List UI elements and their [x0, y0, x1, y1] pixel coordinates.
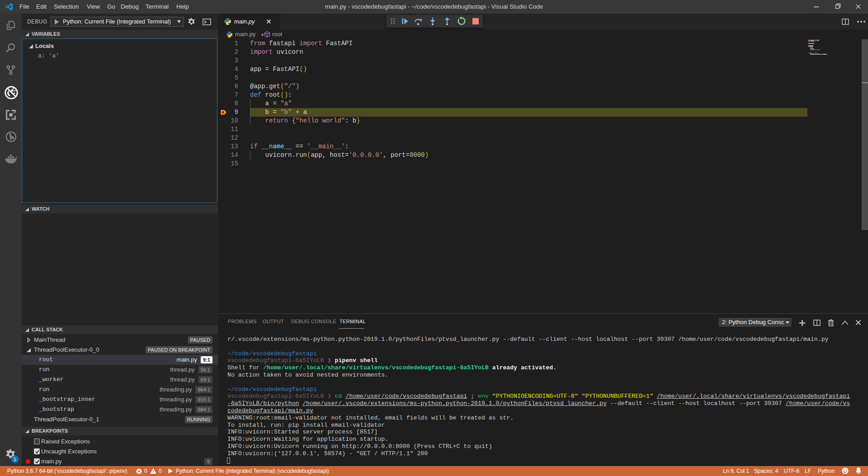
svg-text:1: 1 [14, 457, 16, 462]
